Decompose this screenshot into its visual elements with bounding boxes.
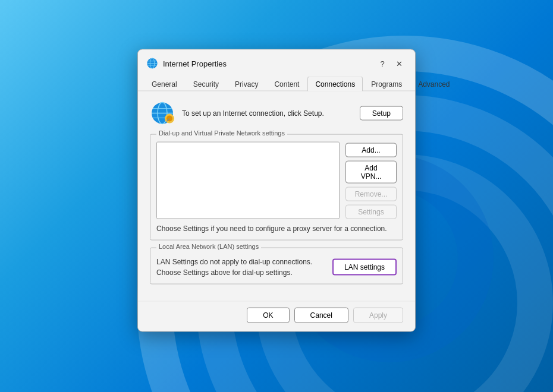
dialog-icon [146, 58, 158, 69]
tab-advanced[interactable]: Advanced [410, 77, 457, 91]
close-button[interactable]: ✕ [391, 56, 407, 71]
dialog-title: Internet Properties [163, 59, 375, 68]
setup-description: To set up an Internet connection, click … [182, 108, 353, 118]
vpn-section-label: Dial-up and Virtual Private Network sett… [156, 129, 287, 137]
tab-connections[interactable]: Connections [307, 77, 363, 91]
lan-section: Local Area Network (LAN) settings LAN Se… [150, 247, 403, 284]
tab-general[interactable]: General [144, 77, 185, 91]
tab-content[interactable]: Content [266, 77, 307, 91]
setup-row: To set up an Internet connection, click … [150, 101, 403, 126]
vpn-button-group: Add... Add VPN... Remove... Settings [345, 142, 397, 219]
add-button[interactable]: Add... [345, 143, 397, 157]
vpn-section-content: Add... Add VPN... Remove... Settings [156, 142, 397, 219]
ok-button[interactable]: OK [247, 307, 289, 323]
apply-button[interactable]: Apply [353, 307, 403, 323]
settings-button[interactable]: Settings [345, 205, 397, 219]
tab-privacy[interactable]: Privacy [227, 77, 266, 91]
dialog-content: To set up an Internet connection, click … [138, 91, 415, 301]
vpn-section: Dial-up and Virtual Private Network sett… [150, 134, 403, 241]
tab-bar: General Security Privacy Content Connect… [138, 76, 415, 91]
lan-section-label: Local Area Network (LAN) settings [156, 242, 261, 249]
globe-icon [150, 101, 175, 126]
proxy-description: Choose Settings if you need to configure… [156, 224, 397, 234]
lan-content: LAN Settings do not apply to dial-up con… [156, 256, 397, 277]
add-vpn-button[interactable]: Add VPN... [345, 161, 397, 184]
cancel-button[interactable]: Cancel [294, 307, 348, 323]
setup-button[interactable]: Setup [360, 106, 403, 121]
tab-security[interactable]: Security [186, 77, 227, 91]
title-bar: Internet Properties ? ✕ [138, 50, 415, 76]
remove-button[interactable]: Remove... [345, 187, 397, 201]
lan-description: LAN Settings do not apply to dial-up con… [156, 256, 325, 277]
lan-settings-button[interactable]: LAN settings [332, 258, 397, 275]
dialog-footer: OK Cancel Apply [138, 301, 415, 331]
title-bar-controls: ? ✕ [375, 56, 407, 71]
internet-properties-dialog: Internet Properties ? ✕ General Security… [137, 49, 416, 332]
help-button[interactable]: ? [375, 56, 390, 71]
tab-programs[interactable]: Programs [363, 77, 410, 91]
vpn-connection-list[interactable] [156, 142, 340, 219]
